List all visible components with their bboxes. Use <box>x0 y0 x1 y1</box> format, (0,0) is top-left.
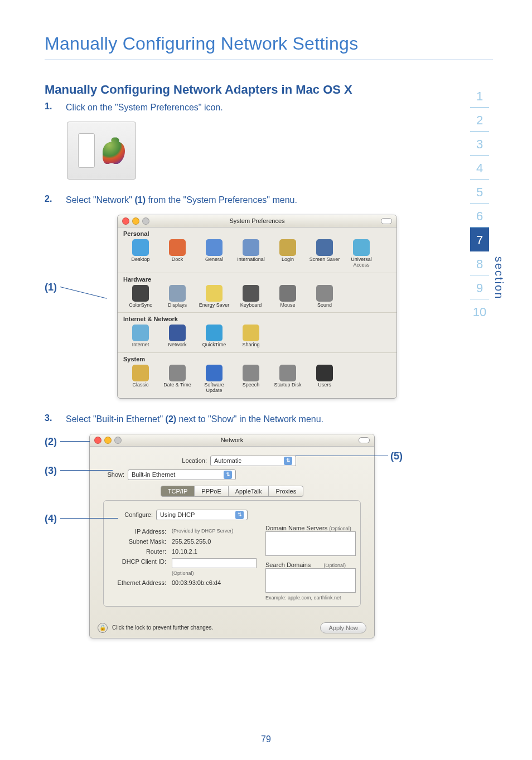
section-nav-item-8[interactable]: 8 <box>470 251 489 275</box>
lock-text: Click the lock to prevent further change… <box>112 625 213 631</box>
title-rule <box>45 60 493 60</box>
search-domains-input[interactable] <box>265 568 356 593</box>
tab-appletalk[interactable]: AppleTalk <box>229 486 269 497</box>
section-nav-item-3[interactable]: 3 <box>470 132 489 156</box>
sp-pref-quicktime[interactable]: QuickTime <box>197 325 231 348</box>
tab-pppoe[interactable]: PPPoE <box>195 486 228 497</box>
location-select[interactable]: Automatic ⇅ <box>210 456 296 466</box>
sp-pref-mouse[interactable]: Mouse <box>270 285 305 308</box>
apply-now-button[interactable]: Apply Now <box>320 622 366 633</box>
pref-label: Energy Saver <box>199 303 230 308</box>
sp-pref-software-update[interactable]: Software Update <box>197 365 231 394</box>
section-nav-item-10[interactable]: 10 <box>470 299 489 323</box>
chevron-updown-icon: ⇅ <box>284 457 292 465</box>
pref-icon <box>132 285 149 302</box>
sp-pref-sharing[interactable]: Sharing <box>234 325 268 348</box>
toolbar-toggle-icon[interactable] <box>381 218 392 224</box>
pref-label: ColorSync <box>129 303 152 308</box>
apple-icon-box <box>67 122 136 180</box>
section-nav-item-4[interactable]: 4 <box>470 156 489 180</box>
sp-pref-keyboard[interactable]: Keyboard <box>234 285 268 308</box>
callout-1: (1) <box>45 282 57 293</box>
step-text: Select "Built-in Ethernet" (2) next to "… <box>66 413 323 425</box>
titlebar: Network <box>90 434 374 447</box>
sp-pref-screen-saver[interactable]: Screen Saver <box>307 239 342 268</box>
sp-pref-login[interactable]: Login <box>270 239 305 268</box>
step-text: Select "Network" (1) from the "System Pr… <box>66 194 297 206</box>
toolbar-toggle-icon[interactable] <box>359 437 370 443</box>
ethernet-address-value: 00:03:93:0b:c6:d4 <box>172 579 221 586</box>
pref-label: Login <box>282 257 294 263</box>
section-nav-item-6[interactable]: 6 <box>470 204 489 227</box>
callout-leader <box>60 518 118 519</box>
apple-logo-icon <box>103 137 125 164</box>
section-nav-item-5[interactable]: 5 <box>470 180 489 204</box>
pref-label: QuickTime <box>202 342 226 348</box>
sp-pref-classic[interactable]: Classic <box>123 365 158 394</box>
section-nav-item-9[interactable]: 9 <box>470 275 489 299</box>
sp-pref-international[interactable]: International <box>234 239 268 268</box>
show-select[interactable]: Built-in Ethernet ⇅ <box>128 469 236 480</box>
sp-pref-startup-disk[interactable]: Startup Disk <box>270 365 305 394</box>
step-number: 3. <box>45 413 55 425</box>
sp-pref-universal-access[interactable]: Universal Access <box>344 239 379 268</box>
pref-label: Screen Saver <box>309 257 340 263</box>
sp-pref-desktop[interactable]: Desktop <box>123 239 158 268</box>
dhcp-client-input[interactable] <box>172 558 257 568</box>
example-hint: Example: apple.com, earthlink.net <box>265 595 356 601</box>
step-1: 1. Click on the "System Preferences" ico… <box>45 101 493 114</box>
sp-pref-colorsync[interactable]: ColorSync <box>123 285 158 308</box>
section-nav-item-2[interactable]: 2 <box>470 108 489 132</box>
sp-pref-users[interactable]: Users <box>307 365 342 394</box>
sp-pref-date-time[interactable]: Date & Time <box>160 365 195 394</box>
sp-pref-speech[interactable]: Speech <box>234 365 268 394</box>
pref-label: Date & Time <box>163 383 191 388</box>
pref-label: Network <box>168 342 186 348</box>
lock-icon[interactable]: 🔒 <box>98 623 108 633</box>
tab-proxies[interactable]: Proxies <box>269 486 303 497</box>
sp-pref-network[interactable]: Network <box>160 325 195 348</box>
location-label: Location: <box>168 457 207 464</box>
callout-2: (2) <box>45 436 57 448</box>
step-number: 2. <box>45 194 55 206</box>
dhcp-client-hint: (Optional) <box>172 570 257 576</box>
window-title: Network <box>90 437 374 443</box>
show-value: Built-in Ethernet <box>132 471 175 478</box>
sp-pref-energy-saver[interactable]: Energy Saver <box>197 285 231 308</box>
pref-icon <box>279 365 296 381</box>
callout-leader <box>60 470 113 471</box>
pref-label: Dock <box>172 257 183 263</box>
pref-label: Displays <box>168 303 187 308</box>
callout-4: (4) <box>45 513 57 525</box>
pref-icon <box>206 325 223 341</box>
sp-pref-general[interactable]: General <box>197 239 231 268</box>
pref-icon <box>206 239 223 256</box>
sp-group-row: ColorSyncDisplaysEnergy SaverKeyboardMou… <box>118 283 396 313</box>
pref-label: Internet <box>132 342 149 348</box>
pref-label: Sharing <box>242 342 259 348</box>
location-value: Automatic <box>214 457 241 464</box>
pref-label: Users <box>318 383 331 388</box>
page-title: Manually Configuring Network Settings <box>45 33 493 54</box>
dns-input[interactable] <box>265 531 356 556</box>
configure-label: Configure: <box>110 511 153 518</box>
pref-icon <box>132 239 149 256</box>
section-nav-item-7[interactable]: 7 <box>470 227 489 251</box>
sp-pref-displays[interactable]: Displays <box>160 285 195 308</box>
pref-icon <box>316 365 333 381</box>
sp-pref-dock[interactable]: Dock <box>160 239 195 268</box>
configure-select[interactable]: Using DHCP ⇅ <box>156 510 248 520</box>
sp-pref-sound[interactable]: Sound <box>307 285 342 308</box>
pref-icon <box>132 365 149 381</box>
configure-value: Using DHCP <box>160 511 195 518</box>
subnet-label: Subnet Mask: <box>110 538 166 545</box>
step-3: 3. Select "Built-in Ethernet" (2) next t… <box>45 413 493 425</box>
section-nav-item-1[interactable]: 1 <box>470 84 489 108</box>
pref-icon <box>206 365 223 381</box>
callout-3: (3) <box>45 465 57 477</box>
tab-tcp-ip[interactable]: TCP/IP <box>161 486 195 497</box>
figure-system-preferences: (1) System Preferences PersonalDesktopDo… <box>117 215 493 399</box>
ip-hint: (Provided by DHCP Server) <box>172 528 233 534</box>
sp-pref-internet[interactable]: Internet <box>123 325 158 348</box>
pref-icon <box>243 285 259 302</box>
